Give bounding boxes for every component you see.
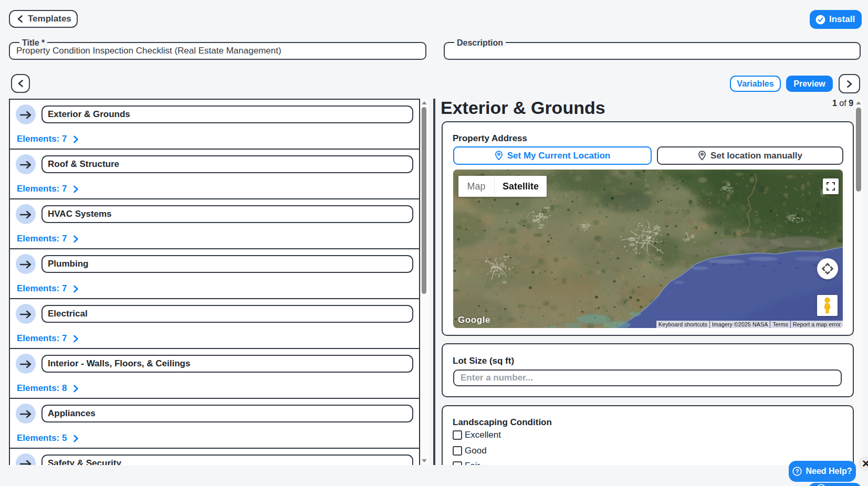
- svg-text:?: ?: [796, 468, 799, 474]
